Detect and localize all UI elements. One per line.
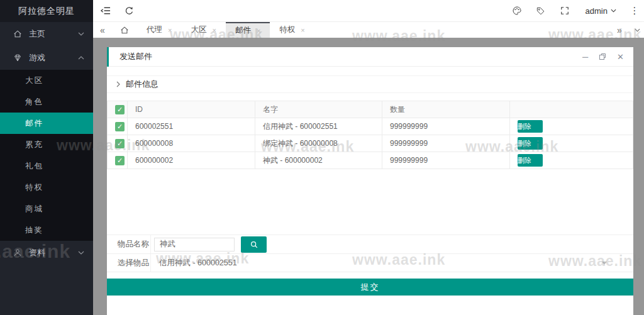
sidebar-item-label: 资料 [29,247,45,258]
tab-mail[interactable]: 邮件 × [226,22,270,38]
top-bar: admin ⋮ [93,0,644,22]
sidebar-item-mail[interactable]: 邮件 [0,113,93,134]
tab-bar: « 代理 × 大区 × 邮件 × 特权 × » [93,22,644,38]
tab-label: 代理 [147,25,162,35]
tabs-scroll-left-button[interactable]: « [93,22,112,38]
modal-header: 发送邮件 ─ ✕ [107,47,633,67]
sidebar-item-bigzone[interactable]: 大区 [0,70,93,91]
close-icon[interactable]: × [257,27,260,35]
tab-label: 邮件 [235,25,251,36]
fullscreen-button[interactable] [553,0,577,22]
cell-name: 绑定神武 - 600000008 [255,135,382,152]
collapse-menu-button[interactable] [93,0,117,22]
sidebar-item-shop[interactable]: 商城 [0,198,93,219]
tab-label: 特权 [279,25,295,35]
sidebar-item-profile[interactable]: 资料 [0,241,93,265]
minimize-button[interactable]: ─ [582,52,588,62]
diamond-icon [13,53,22,62]
row-checkbox[interactable]: ✓ [115,156,125,165]
app-window: 阿拉德全明星 主页 游戏 大区 角色 邮件 累充 礼包 特权 [0,0,644,315]
sidebar: 阿拉德全明星 主页 游戏 大区 角色 邮件 累充 礼包 特权 [0,0,93,315]
tab-label: 大区 [191,25,206,35]
row-checkbox[interactable]: ✓ [115,139,125,148]
cell-name: 神武 - 600000002 [255,152,382,169]
select-item-row: 选择物品 信用神武 - 600002551 [107,253,633,272]
maximize-button[interactable] [599,53,606,60]
search-button[interactable] [241,236,267,253]
user-icon [13,248,22,257]
sidebar-item-role[interactable]: 角色 [0,91,93,113]
submit-button[interactable]: 提交 [107,279,633,296]
refresh-button[interactable] [117,0,141,22]
delete-button[interactable]: 删除 [518,154,543,167]
tag-button[interactable] [529,0,553,22]
sidebar-item-home[interactable]: 主页 [0,22,93,46]
column-header-name: 名字 [255,101,382,118]
tab-privilege[interactable]: 特权 × [270,22,314,38]
table-header-row: ✓ ID 名字 数量 [108,101,633,118]
tab-agent[interactable]: 代理 × [137,22,181,38]
tab-home[interactable] [112,22,137,38]
item-name-input[interactable] [154,238,235,251]
outdent-icon [100,6,111,15]
tabs-menu-button[interactable] [630,22,644,38]
sidebar-item-privilege[interactable]: 特权 [0,177,93,198]
chevron-right-icon [116,81,120,87]
search-icon [250,240,258,249]
row-checkbox[interactable]: ✓ [115,122,125,131]
table-row: ✓ 600002551 信用神武 - 600002551 999999999 删… [108,118,633,135]
chevron-down-icon [611,9,616,13]
tab-bigzone[interactable]: 大区 × [181,22,225,38]
column-header-id: ID [128,101,255,118]
modal-accent-bar [107,47,109,67]
column-header-qty: 数量 [382,101,510,118]
cell-id: 600002551 [128,118,255,135]
item-name-row: 物品名称 [107,235,633,253]
home-icon [13,30,22,38]
top-bar-right: admin ⋮ [505,0,644,22]
item-select[interactable]: 信用神武 - 600002551 [159,258,237,268]
cell-id: 600000002 [128,152,255,169]
item-name-label: 物品名称 [107,235,151,253]
cell-id: 600000008 [128,135,255,152]
username: admin [586,6,608,16]
mail-items-table: ✓ ID 名字 数量 ✓ 600002551 信用神武 - 600002551 … [107,101,633,169]
expand-icon [560,6,569,15]
close-icon[interactable]: × [212,26,216,34]
send-mail-modal: 发送邮件 ─ ✕ 邮件信息 ✓ ID 名字 数量 [107,47,633,315]
close-icon[interactable]: × [168,26,172,34]
user-menu[interactable]: admin [577,6,625,16]
delete-button[interactable]: 删除 [518,120,543,133]
section-title: 邮件信息 [126,79,158,90]
close-icon[interactable]: × [301,26,304,34]
cell-qty: 999999999 [382,152,510,169]
theme-button[interactable] [505,0,529,22]
column-header-actions [510,101,633,118]
sidebar-item-lottery[interactable]: 抽奖 [0,219,93,241]
cell-name: 信用神武 - 600002551 [255,118,382,135]
select-all-checkbox[interactable]: ✓ [115,105,125,114]
tabs-scroll-right-button[interactable]: » [609,22,630,38]
refresh-icon [125,6,134,16]
modal-title: 发送邮件 [107,51,152,62]
mail-info-section-header[interactable]: 邮件信息 [107,75,633,93]
spacer [107,169,633,235]
sidebar-item-label: 主页 [29,28,45,40]
sidebar-item-recharge[interactable]: 累充 [0,134,93,155]
chevron-down-icon [78,251,84,255]
cell-qty: 999999999 [382,135,510,152]
chevron-down-icon [78,32,84,36]
table-row: ✓ 600000002 神武 - 600000002 999999999 删除 [108,152,633,169]
palette-icon [512,6,522,16]
select-item-label: 选择物品 [107,254,151,272]
table-row: ✓ 600000008 绑定神武 - 600000008 999999999 删… [108,135,633,152]
sidebar-item-giftpack[interactable]: 礼包 [0,155,93,177]
app-title: 阿拉德全明星 [0,0,93,22]
chevron-up-icon [78,56,84,60]
sidebar-item-games[interactable]: 游戏 [0,46,93,70]
chevron-down-icon[interactable] [602,262,607,265]
more-options-button[interactable]: ⋮ [625,5,644,16]
close-button[interactable]: ✕ [617,52,624,62]
delete-button[interactable]: 删除 [518,137,543,150]
cell-qty: 999999999 [382,118,510,135]
